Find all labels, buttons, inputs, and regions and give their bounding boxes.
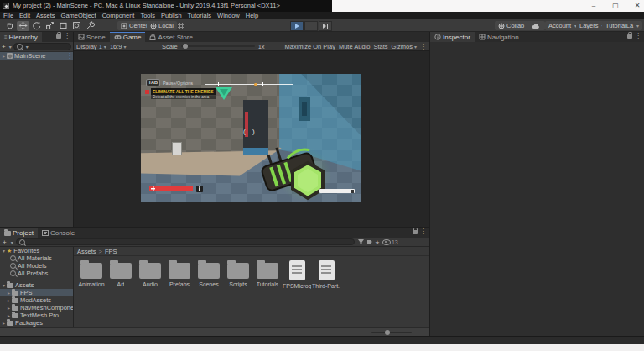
- rotate-tool-button[interactable]: [30, 21, 43, 31]
- expander-icon[interactable]: [3, 52, 5, 60]
- maximize-on-play-toggle[interactable]: Maximize On Play: [285, 43, 335, 50]
- tab-hierarchy[interactable]: ≡ Hierarchy: [0, 32, 42, 42]
- icon-size-slider-knob[interactable]: [385, 330, 390, 335]
- scale-slider[interactable]: [181, 45, 255, 47]
- expander-icon[interactable]: [3, 247, 5, 254]
- menu-file[interactable]: File: [3, 12, 13, 19]
- scale-slider-knob[interactable]: [183, 44, 188, 49]
- asset-file-fpsmicrogame[interactable]: FPSMicrog...: [283, 258, 311, 289]
- tree-assets[interactable]: Assets: [0, 281, 73, 289]
- tree-all-materials[interactable]: All Materials: [0, 254, 73, 262]
- add-object-button[interactable]: +: [2, 43, 6, 50]
- custom-tool-button[interactable]: [84, 21, 96, 31]
- title-bar: My project (2) - MainScene - PC, Mac & L…: [0, 0, 644, 12]
- search-by-label-icon[interactable]: [367, 240, 372, 244]
- transform-tool-button[interactable]: [70, 21, 83, 31]
- panel-menu-icon[interactable]: ⋮: [418, 228, 429, 238]
- account-dropdown[interactable]: Account: [545, 21, 580, 30]
- scale-tool-button[interactable]: [44, 21, 56, 31]
- tree-favorites[interactable]: ★ Favorites: [0, 247, 73, 254]
- expander-icon[interactable]: [8, 312, 10, 319]
- cloud-services-button[interactable]: [527, 21, 545, 30]
- game-panel: Scene Game Asset Store Display 1 16:9 Sc…: [74, 32, 429, 227]
- tree-all-prefabs[interactable]: All Prefabs: [0, 270, 73, 277]
- icon-size-slider[interactable]: [371, 332, 412, 333]
- lock-icon[interactable]: [56, 34, 61, 39]
- menu-tutorials[interactable]: Tutorials: [188, 12, 211, 19]
- maximize-button[interactable]: ▢: [605, 0, 626, 12]
- rect-tool-button[interactable]: [57, 21, 70, 31]
- display-dropdown[interactable]: Display 1: [76, 43, 106, 50]
- save-search-star-icon[interactable]: ★: [375, 239, 380, 245]
- asset-folder-prefabs[interactable]: Prefabs: [165, 258, 194, 287]
- move-tool-button[interactable]: [17, 21, 29, 31]
- hidden-packages-toggle[interactable]: 13: [382, 239, 398, 245]
- step-button[interactable]: [319, 21, 332, 31]
- game-viewport[interactable]: TAB Pause/Options ELIMINATE ALL THE ENEM…: [141, 74, 361, 202]
- tab-asset-store[interactable]: Asset Store: [145, 32, 196, 42]
- minimize-button[interactable]: –: [584, 0, 604, 12]
- tree-all-models[interactable]: All Models: [0, 262, 73, 270]
- menu-component[interactable]: Component: [102, 12, 135, 19]
- scene-options-icon[interactable]: ⋮: [66, 52, 73, 60]
- panel-menu-icon[interactable]: ⋮: [632, 32, 644, 42]
- menu-tools[interactable]: Tools: [140, 12, 155, 19]
- layout-dropdown[interactable]: TutorialLa: [602, 21, 642, 30]
- tree-navmeshcomponents[interactable]: NavMeshComponents: [0, 304, 73, 312]
- tree-fps[interactable]: FPS: [0, 289, 73, 296]
- asset-folder-scenes[interactable]: Scenes: [195, 258, 223, 287]
- menu-edit[interactable]: Edit: [19, 12, 30, 19]
- folder-icon: [12, 313, 18, 318]
- tree-packages[interactable]: Packages: [0, 319, 73, 327]
- asset-folder-art[interactable]: Art: [106, 258, 135, 287]
- tab-navigation[interactable]: Navigation: [475, 32, 523, 42]
- aspect-ratio-dropdown[interactable]: 16:9: [110, 43, 158, 50]
- menu-assets[interactable]: Assets: [36, 12, 55, 19]
- menu-help[interactable]: Help: [246, 12, 258, 19]
- tab-scene[interactable]: Scene: [74, 32, 110, 42]
- pause-button[interactable]: [304, 21, 318, 31]
- hierarchy-search-input[interactable]: [13, 43, 71, 50]
- search-query-icon: [10, 255, 16, 261]
- hand-tool-button[interactable]: [3, 21, 16, 31]
- grid-snap-button[interactable]: [174, 21, 187, 31]
- asset-folder-tutorials[interactable]: Tutorials: [253, 258, 282, 287]
- mute-audio-toggle[interactable]: Mute Audio: [339, 43, 371, 50]
- gameview-menu-icon[interactable]: ⋮: [420, 43, 427, 50]
- tab-game[interactable]: Game: [110, 32, 146, 42]
- add-object-caret-icon[interactable]: [8, 43, 12, 50]
- breadcrumb-current[interactable]: FPS: [105, 248, 117, 255]
- search-by-type-icon[interactable]: [357, 238, 365, 245]
- expander-icon[interactable]: [3, 281, 5, 289]
- menu-publish[interactable]: Publish: [161, 12, 182, 19]
- expander-icon[interactable]: [8, 296, 10, 304]
- hierarchy-item-mainscene[interactable]: MainScene ⋮: [0, 52, 73, 60]
- tab-inspector[interactable]: Inspector: [430, 32, 475, 42]
- asset-folder-animation[interactable]: Animation: [77, 258, 106, 287]
- expander-icon[interactable]: [8, 289, 10, 296]
- project-search-input[interactable]: [16, 238, 355, 245]
- asset-folder-scripts[interactable]: Scripts: [224, 258, 252, 287]
- space-toggle-button[interactable]: Local: [147, 21, 177, 30]
- menu-window[interactable]: Window: [217, 12, 240, 19]
- expander-icon[interactable]: [8, 304, 10, 312]
- lock-icon[interactable]: [413, 230, 418, 234]
- menu-gameobject[interactable]: GameObject: [61, 12, 96, 19]
- create-asset-caret-icon[interactable]: [9, 238, 13, 246]
- asset-folder-audio[interactable]: Audio: [136, 258, 164, 287]
- asset-file-thirdparty[interactable]: Third-Part...: [312, 258, 340, 289]
- gizmos-dropdown[interactable]: Gizmos: [392, 43, 417, 50]
- lock-icon[interactable]: [627, 34, 632, 39]
- tab-project[interactable]: Project: [0, 228, 38, 238]
- play-button[interactable]: [290, 21, 304, 31]
- project-panel: Project Console ⋮ + ★ 13: [0, 227, 429, 336]
- tab-console[interactable]: Console: [38, 228, 79, 238]
- panel-menu-icon[interactable]: ⋮: [61, 32, 73, 42]
- breadcrumb-root[interactable]: Assets: [77, 248, 96, 255]
- expander-icon[interactable]: [3, 319, 5, 327]
- close-button[interactable]: ✕: [627, 0, 644, 12]
- create-asset-button[interactable]: +: [3, 238, 7, 246]
- stats-toggle[interactable]: Stats: [373, 43, 387, 50]
- tree-textmeshpro[interactable]: TextMesh Pro: [0, 312, 73, 319]
- tree-modassets[interactable]: ModAssets: [0, 296, 73, 304]
